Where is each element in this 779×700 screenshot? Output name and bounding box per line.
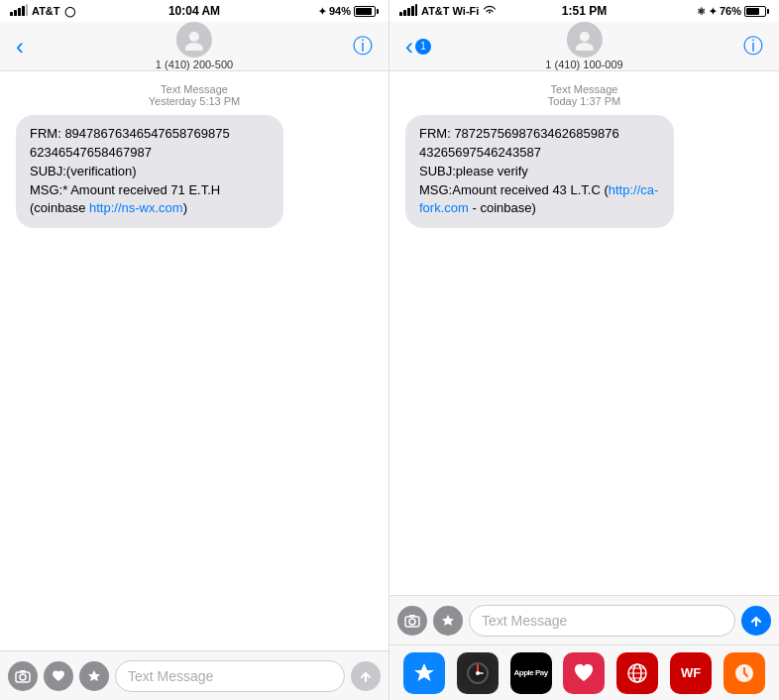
svg-rect-0: [10, 12, 13, 16]
left-status-bar: AT&T ◯ 10:04 AM ✦ 94%: [0, 0, 389, 22]
dock-heart-icon[interactable]: [563, 652, 605, 694]
left-camera-button[interactable]: [8, 661, 38, 691]
left-text-input[interactable]: Text Message: [115, 660, 345, 692]
left-bubble-text: FRM: 89478676346547658769875 62346547658…: [30, 126, 230, 215]
right-message-area: Text Message Today 1:37 PM FRM: 78725756…: [390, 71, 779, 595]
right-back-button[interactable]: ‹: [405, 33, 413, 60]
left-time: 10:04 AM: [168, 4, 220, 18]
left-link[interactable]: http://ns-wx.com: [89, 200, 183, 215]
left-message-bubble: FRM: 89478676346547658769875 62346547658…: [16, 115, 283, 228]
left-info-button[interactable]: ⓘ: [353, 33, 373, 59]
left-phone-panel: AT&T ◯ 10:04 AM ✦ 94% ‹: [0, 0, 390, 700]
right-message-bubble: FRM: 78725756987634626859876 43265697546…: [405, 115, 674, 228]
svg-rect-9: [20, 670, 26, 672]
right-appstore-button[interactable]: [433, 606, 463, 636]
right-app-dock: Apple Pay WF: [390, 644, 779, 700]
right-msg-time: Today 1:37 PM: [405, 95, 763, 107]
right-input-placeholder: Text Message: [482, 613, 567, 629]
left-appstore-button[interactable]: [79, 661, 109, 691]
dock-globe-icon[interactable]: [616, 652, 658, 694]
svg-rect-12: [407, 8, 410, 16]
signal-dots-icon: [10, 4, 28, 18]
right-back-group: ‹ 1: [405, 33, 431, 60]
left-input-placeholder: Text Message: [128, 668, 213, 684]
right-text-input[interactable]: Text Message: [469, 605, 735, 637]
right-nav-center: 1 (410) 100-009: [545, 22, 622, 70]
svg-point-18: [409, 619, 415, 625]
left-contact-avatar: [176, 22, 212, 58]
svg-rect-1: [14, 10, 17, 16]
svg-rect-19: [409, 615, 415, 617]
dock-extra-icon[interactable]: [723, 652, 765, 694]
left-input-bar: Text Message: [0, 650, 389, 700]
right-msg-type: Text Message: [405, 83, 763, 95]
svg-point-16: [576, 43, 594, 51]
svg-rect-13: [411, 6, 414, 16]
right-status-carrier: AT&T Wi-Fi: [399, 4, 497, 18]
svg-rect-10: [399, 12, 402, 16]
svg-rect-3: [22, 6, 25, 16]
right-badge: 1: [415, 39, 431, 55]
right-phone-number: 1 (410) 100-009: [545, 58, 622, 70]
wifi-icon: ◯: [64, 6, 75, 17]
svg-rect-4: [26, 4, 28, 16]
svg-point-5: [189, 32, 199, 42]
right-bt-icon: ⚛: [697, 6, 706, 17]
dock-activity-icon[interactable]: [457, 652, 499, 694]
right-signal-dots-icon: [399, 4, 417, 18]
right-camera-button[interactable]: [397, 606, 427, 636]
right-phone-panel: AT&T Wi-Fi 1:51 PM ⚛ ✦ 76%: [390, 0, 779, 700]
svg-rect-2: [18, 8, 21, 16]
bluetooth-icon: ✦: [318, 6, 326, 17]
dock-wf-icon[interactable]: WF: [670, 652, 712, 694]
wf-label: WF: [681, 665, 701, 680]
svg-point-8: [20, 674, 26, 680]
right-wifi-icon: [483, 5, 497, 17]
left-status-right: ✦ 94%: [318, 5, 379, 17]
right-bubble-text: FRM: 78725756987634626859876 43265697546…: [419, 126, 658, 215]
svg-rect-14: [415, 4, 417, 16]
right-wifi-status-icon: ✦: [709, 6, 717, 17]
left-message-area: Text Message Yesterday 5:13 PM FRM: 8947…: [0, 71, 389, 650]
left-status-carrier: AT&T ◯: [10, 4, 75, 18]
right-input-bar: Text Message: [390, 595, 779, 644]
left-nav-center: 1 (410) 200-500: [156, 22, 233, 70]
dock-appstore-icon[interactable]: [403, 652, 445, 694]
svg-point-15: [580, 32, 590, 42]
left-send-button[interactable]: [351, 661, 381, 691]
right-link[interactable]: http://ca-fork.com: [419, 182, 658, 216]
left-phone-number: 1 (410) 200-500: [156, 58, 233, 70]
right-carrier-label: AT&T Wi-Fi: [421, 5, 479, 17]
left-battery-pct: 94%: [329, 5, 351, 17]
right-timestamp: Text Message Today 1:37 PM: [405, 83, 763, 107]
left-nav-bar: ‹ 1 (410) 200-500 ⓘ: [0, 22, 389, 71]
right-time: 1:51 PM: [562, 4, 607, 18]
left-heartmsg-button[interactable]: [44, 661, 73, 691]
left-back-chevron: ‹: [16, 33, 24, 60]
left-carrier-label: AT&T: [32, 5, 60, 17]
dock-applepay-icon[interactable]: Apple Pay: [510, 652, 552, 694]
battery-icon: [354, 6, 379, 17]
svg-rect-11: [403, 10, 406, 16]
left-msg-time: Yesterday 5:13 PM: [16, 95, 373, 107]
right-nav-bar: ‹ 1 1 (410) 100-009 ⓘ: [390, 22, 779, 71]
right-send-button[interactable]: [741, 606, 771, 636]
right-contact-avatar: [567, 22, 603, 58]
left-msg-type: Text Message: [16, 83, 373, 95]
svg-point-21: [476, 671, 480, 675]
applepay-label: Apple Pay: [514, 668, 548, 677]
right-status-bar: AT&T Wi-Fi 1:51 PM ⚛ ✦ 76%: [390, 0, 779, 22]
right-status-right: ⚛ ✦ 76%: [697, 5, 769, 17]
svg-point-6: [185, 43, 203, 51]
right-battery-icon: [744, 6, 769, 17]
right-info-button[interactable]: ⓘ: [743, 33, 763, 59]
left-back-button[interactable]: ‹: [16, 33, 24, 60]
right-battery-pct: 76%: [720, 5, 741, 17]
left-timestamp: Text Message Yesterday 5:13 PM: [16, 83, 373, 107]
